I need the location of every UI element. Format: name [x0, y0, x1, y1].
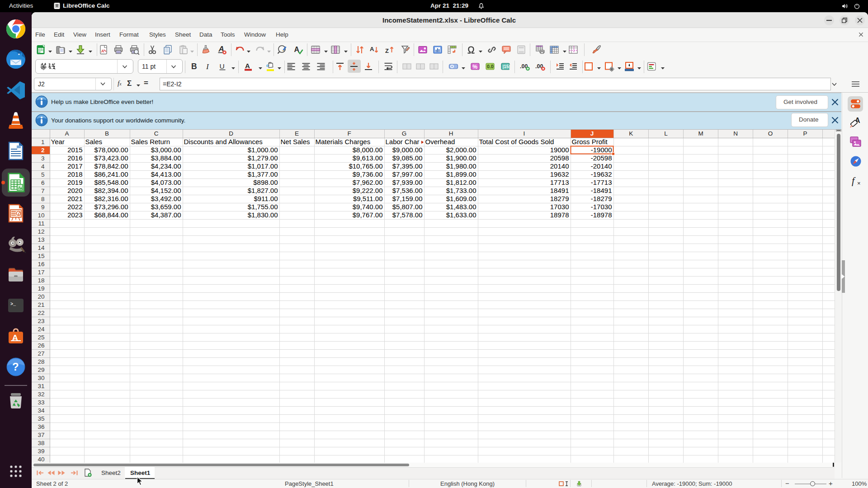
svg-text:$4,413.00: $4,413.00 — [151, 170, 181, 178]
svg-text:$2,000.00: $2,000.00 — [446, 146, 476, 154]
svg-text:-19000: -19000 — [591, 146, 612, 154]
svg-text:37: 37 — [38, 432, 44, 438]
svg-text:$9,767.00: $9,767.00 — [353, 211, 383, 219]
svg-text:18: 18 — [38, 277, 44, 284]
svg-text:J: J — [590, 130, 594, 137]
svg-text:36: 36 — [38, 423, 44, 430]
svg-text:M: M — [698, 130, 703, 137]
svg-text:U: U — [220, 62, 225, 70]
svg-text:$73,423.00: $73,423.00 — [94, 154, 128, 162]
svg-text:$85,548.00: $85,548.00 — [94, 178, 128, 186]
svg-text:$1,279.00: $1,279.00 — [248, 154, 278, 162]
svg-text:18978: 18978 — [550, 211, 569, 219]
svg-text:K: K — [629, 130, 633, 137]
svg-text:2020: 2020 — [67, 187, 82, 194]
svg-text:$1,830.00: $1,830.00 — [248, 211, 278, 219]
svg-text:%: % — [472, 64, 477, 70]
svg-text:26: 26 — [38, 342, 44, 349]
svg-text:$3,659.00: $3,659.00 — [151, 203, 181, 211]
svg-text:21: 21 — [38, 301, 44, 308]
svg-text:4: 4 — [41, 163, 45, 170]
svg-text:$1,980.00: $1,980.00 — [446, 162, 476, 170]
svg-text:$3,884.00: $3,884.00 — [151, 154, 181, 162]
svg-text:$5,807.00: $5,807.00 — [392, 203, 423, 211]
svg-text:0.0: 0.0 — [487, 64, 494, 69]
svg-text:$1,633.00: $1,633.00 — [446, 211, 476, 219]
svg-text:2: 2 — [41, 147, 45, 154]
svg-text:19632: 19632 — [550, 170, 569, 178]
svg-text:32: 32 — [38, 391, 44, 398]
svg-text:2021: 2021 — [67, 195, 82, 202]
svg-text:14: 14 — [38, 244, 45, 251]
svg-text:A: A — [101, 49, 104, 53]
svg-text:$4,387.00: $4,387.00 — [151, 211, 181, 219]
svg-text:B: B — [105, 130, 109, 137]
svg-text:$1,733.00: $1,733.00 — [446, 187, 476, 194]
svg-text:$9,613.00: $9,613.00 — [353, 154, 383, 162]
svg-text:|15|: |15| — [503, 64, 510, 69]
svg-text:$78,000.00: $78,000.00 — [94, 146, 128, 154]
svg-text:13: 13 — [38, 236, 44, 243]
svg-text:$3,000.00: $3,000.00 — [151, 146, 181, 154]
svg-text:O: O — [768, 130, 773, 137]
svg-text:39: 39 — [38, 448, 44, 455]
svg-text:P: P — [803, 130, 807, 137]
svg-text:2022: 2022 — [67, 203, 82, 211]
svg-text:$4,073.00: $4,073.00 — [151, 178, 181, 186]
svg-text:$1,827.00: $1,827.00 — [248, 187, 278, 194]
svg-text:I: I — [206, 62, 209, 71]
svg-text:19000: 19000 — [550, 146, 569, 154]
svg-text:10: 10 — [38, 212, 44, 219]
svg-text:-17713: -17713 — [591, 178, 612, 186]
svg-text:17713: 17713 — [550, 178, 569, 186]
svg-text:1: 1 — [41, 139, 45, 145]
svg-text:-18491: -18491 — [591, 187, 612, 194]
svg-text:17: 17 — [38, 269, 44, 276]
svg-text:23: 23 — [38, 318, 44, 324]
svg-text:33: 33 — [38, 399, 44, 406]
svg-text:L: L — [664, 130, 668, 137]
svg-text:2019: 2019 — [67, 178, 82, 186]
svg-text:$68,844.00: $68,844.00 — [94, 211, 128, 219]
svg-text:?: ? — [12, 361, 19, 373]
svg-text:22: 22 — [38, 310, 44, 316]
svg-text:$1,017.00: $1,017.00 — [248, 162, 278, 170]
svg-text:20140: 20140 — [550, 162, 569, 170]
svg-text:Labor Char: Labor Char — [386, 138, 420, 145]
svg-text:-18279: -18279 — [591, 195, 612, 202]
svg-text:29: 29 — [38, 366, 44, 373]
svg-text:$7,536.00: $7,536.00 — [392, 187, 423, 194]
svg-text:A: A — [245, 62, 250, 70]
svg-text:25: 25 — [38, 334, 44, 341]
svg-text:D: D — [229, 130, 233, 137]
svg-text:2023: 2023 — [67, 211, 82, 219]
svg-text:$10,765.00: $10,765.00 — [349, 162, 382, 170]
svg-text:C: C — [154, 130, 159, 137]
svg-text:N: N — [733, 130, 738, 137]
svg-text:15: 15 — [38, 253, 44, 259]
svg-text:19: 19 — [38, 285, 44, 292]
svg-text:Total Cost of Goods Sold: Total Cost of Goods Sold — [479, 138, 554, 145]
svg-text:$7,395.00: $7,395.00 — [392, 162, 423, 170]
svg-text:Year: Year — [51, 138, 65, 145]
svg-text:$7,997.00: $7,997.00 — [392, 170, 423, 178]
svg-text:-17030: -17030 — [591, 203, 612, 211]
svg-text:$73,296.00: $73,296.00 — [94, 203, 128, 211]
svg-text:$9,736.00: $9,736.00 — [353, 170, 383, 178]
svg-text:20: 20 — [38, 293, 44, 300]
svg-text:17030: 17030 — [550, 203, 569, 211]
svg-text:$7,159.00: $7,159.00 — [392, 195, 423, 202]
svg-text:18491: 18491 — [550, 187, 569, 194]
svg-text:>_: >_ — [10, 302, 16, 307]
svg-text:H: H — [449, 130, 453, 137]
svg-text:F: F — [347, 130, 351, 137]
svg-text:7: 7 — [41, 188, 45, 194]
svg-text:12: 12 — [38, 228, 44, 235]
svg-text:11: 11 — [38, 220, 44, 227]
svg-text:2016: 2016 — [67, 154, 82, 162]
svg-text:Overhead: Overhead — [425, 138, 455, 145]
svg-text:Gross Profit: Gross Profit — [572, 138, 608, 145]
svg-text:I: I — [524, 130, 525, 137]
svg-text:28: 28 — [38, 358, 44, 365]
svg-text:Net Sales: Net Sales — [281, 138, 310, 145]
